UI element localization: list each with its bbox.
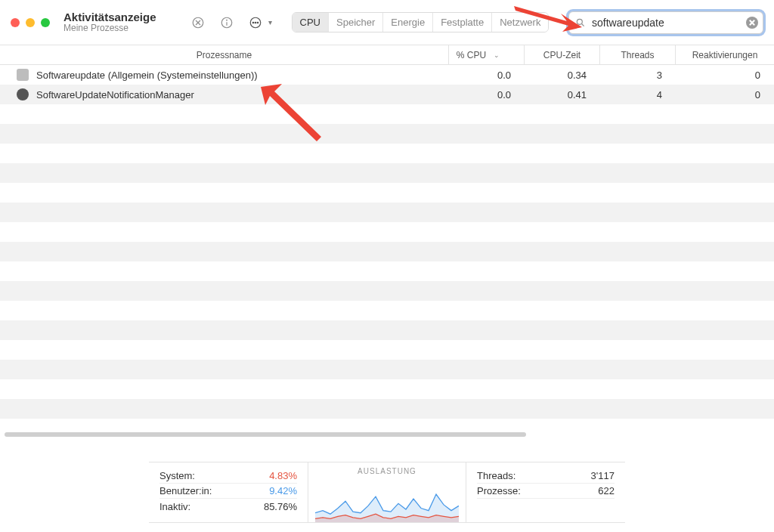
col-cpu-time[interactable]: CPU-Zeit bbox=[525, 45, 600, 64]
zoom-window-button[interactable] bbox=[41, 18, 50, 27]
cell-threads: 4 bbox=[600, 89, 676, 101]
stat-label: Benutzer:in: bbox=[159, 485, 212, 496]
more-options-button[interactable] bbox=[246, 13, 265, 32]
col-process-name[interactable]: Prozessname bbox=[0, 45, 449, 64]
stat-label: System: bbox=[159, 470, 195, 481]
cell-threads: 3 bbox=[600, 70, 676, 81]
col-cpu[interactable]: % CPU⌄ bbox=[449, 45, 525, 64]
stat-value: 9.42% bbox=[269, 485, 297, 496]
cell-time: 0.41 bbox=[525, 89, 600, 101]
tab-network[interactable]: Netzwerk bbox=[492, 13, 548, 32]
cell-time: 0.34 bbox=[525, 70, 600, 81]
chevron-down-icon: ▾ bbox=[268, 18, 272, 26]
tab-segmented-control: CPU Speicher Energie Festplatte Netzwerk bbox=[292, 12, 550, 32]
col-threads[interactable]: Threads bbox=[600, 45, 676, 64]
title-block: Aktivitätsanzeige Meine Prozesse bbox=[63, 11, 156, 34]
process-name: SoftwareUpdateNotificationManager bbox=[36, 89, 194, 101]
clear-search-button[interactable] bbox=[746, 17, 758, 29]
cell-react: 0 bbox=[676, 70, 774, 81]
window-title: Aktivitätsanzeige bbox=[63, 11, 156, 23]
info-button[interactable] bbox=[217, 13, 237, 32]
stat-value: 4.83% bbox=[269, 470, 297, 481]
table-row bbox=[0, 144, 774, 163]
close-icon bbox=[749, 20, 755, 26]
chart-title: AUSLASTUNG bbox=[358, 467, 416, 475]
process-table: Softwareupdate (Allgemein (Systemeinstel… bbox=[0, 65, 774, 432]
table-row bbox=[0, 301, 774, 320]
cell-cpu: 0.0 bbox=[449, 89, 525, 101]
cpu-load-chart: AUSLASTUNG bbox=[308, 462, 466, 522]
table-row bbox=[0, 419, 774, 432]
table-row bbox=[0, 203, 774, 222]
table-row bbox=[0, 261, 774, 281]
sparkline-chart bbox=[315, 477, 459, 522]
cell-cpu: 0.0 bbox=[449, 70, 525, 81]
table-row[interactable]: SoftwareUpdateNotificationManager0.00.41… bbox=[0, 85, 774, 104]
table-row bbox=[0, 104, 774, 124]
svg-point-5 bbox=[226, 20, 227, 20]
table-row bbox=[0, 124, 774, 144]
col-reactivations[interactable]: Reaktivierungen bbox=[676, 45, 774, 64]
window-subtitle: Meine Prozesse bbox=[63, 23, 156, 34]
stat-value: 3'117 bbox=[591, 470, 615, 481]
table-row bbox=[0, 379, 774, 399]
stat-label: Prozesse: bbox=[477, 485, 521, 496]
table-row bbox=[0, 163, 774, 183]
horizontal-scrollbar[interactable] bbox=[0, 432, 774, 437]
cpu-usage-breakdown: System:4.83% Benutzer:in:9.42% Inaktiv:8… bbox=[149, 462, 308, 522]
stop-process-button[interactable] bbox=[188, 13, 208, 32]
search-icon bbox=[575, 17, 586, 28]
svg-line-11 bbox=[582, 23, 584, 26]
process-icon bbox=[17, 69, 29, 81]
stat-value: 622 bbox=[598, 485, 615, 496]
tab-disk[interactable]: Festplatte bbox=[433, 13, 492, 32]
tab-cpu[interactable]: CPU bbox=[293, 13, 329, 32]
cell-react: 0 bbox=[676, 89, 774, 101]
table-row bbox=[0, 222, 774, 242]
search-input[interactable] bbox=[590, 16, 741, 29]
table-row bbox=[0, 360, 774, 379]
table-row bbox=[0, 320, 774, 340]
table-row bbox=[0, 281, 774, 301]
stat-value: 85.76% bbox=[264, 501, 297, 512]
table-row bbox=[0, 340, 774, 360]
svg-point-8 bbox=[255, 22, 256, 23]
table-row[interactable]: Softwareupdate (Allgemein (Systemeinstel… bbox=[0, 65, 774, 85]
table-row bbox=[0, 242, 774, 261]
svg-point-7 bbox=[252, 22, 254, 23]
table-row bbox=[0, 183, 774, 203]
column-headers: Prozessname % CPU⌄ CPU-Zeit Threads Reak… bbox=[0, 45, 774, 65]
footer-stats: System:4.83% Benutzer:in:9.42% Inaktiv:8… bbox=[149, 462, 625, 523]
close-window-button[interactable] bbox=[11, 18, 20, 27]
svg-point-9 bbox=[257, 22, 259, 23]
stat-label: Threads: bbox=[477, 470, 515, 481]
window-controls bbox=[11, 18, 50, 27]
sort-indicator-icon: ⌄ bbox=[494, 51, 500, 59]
process-icon bbox=[17, 88, 29, 101]
search-field[interactable] bbox=[568, 11, 763, 34]
svg-point-10 bbox=[577, 19, 582, 24]
tab-memory[interactable]: Speicher bbox=[329, 13, 383, 32]
process-counts: Threads:3'117 Prozesse:622 bbox=[466, 462, 625, 522]
toolbar: Aktivitätsanzeige Meine Prozesse ▾ CPU S… bbox=[0, 0, 774, 45]
table-row bbox=[0, 399, 774, 419]
minimize-window-button[interactable] bbox=[26, 18, 35, 27]
tab-energy[interactable]: Energie bbox=[383, 13, 433, 32]
stat-label: Inaktiv: bbox=[159, 501, 190, 512]
process-name: Softwareupdate (Allgemein (Systemeinstel… bbox=[36, 70, 258, 81]
